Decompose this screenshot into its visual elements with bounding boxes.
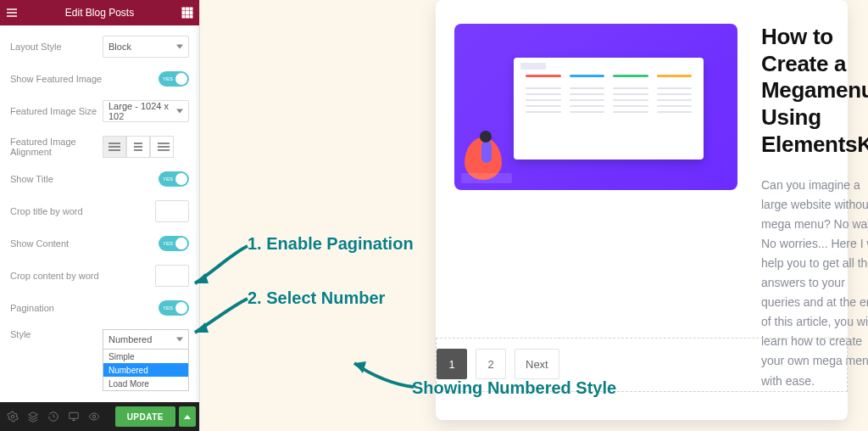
svg-rect-5 bbox=[190, 12, 192, 14]
menu-icon[interactable] bbox=[5, 6, 19, 20]
update-options-button[interactable] bbox=[179, 406, 196, 427]
annotation-1: 1. Enable Pagination bbox=[248, 234, 414, 254]
scroll-shadow bbox=[194, 25, 199, 402]
svg-rect-1 bbox=[186, 8, 189, 10]
crop-content-control: Crop content by word bbox=[0, 258, 199, 294]
update-button[interactable]: UPDATE bbox=[115, 406, 175, 427]
crop-content-input[interactable] bbox=[155, 265, 189, 287]
svg-rect-0 bbox=[182, 8, 185, 10]
align-center-button[interactable] bbox=[126, 136, 150, 158]
thumb-sheet bbox=[514, 58, 704, 160]
panel-body: Layout Style Block Show Featured Image Y… bbox=[0, 25, 199, 402]
featured-size-label: Featured Image Size bbox=[10, 106, 103, 116]
panel-header: Edit Blog Posts bbox=[0, 0, 199, 25]
thumb-person bbox=[465, 115, 512, 180]
pagination-control: Pagination YES bbox=[0, 294, 199, 322]
svg-rect-8 bbox=[190, 15, 192, 18]
svg-point-9 bbox=[11, 415, 14, 418]
style-option-simple[interactable]: Simple bbox=[103, 350, 188, 363]
show-featured-control: Show Featured Image YES bbox=[0, 64, 199, 93]
align-group bbox=[103, 136, 189, 158]
style-option-loadmore[interactable]: Load More bbox=[103, 377, 188, 390]
annotation-3: Showing Numbered Style bbox=[412, 378, 616, 398]
featured-size-control: Featured Image Size Large - 1024 x 102 bbox=[0, 93, 199, 129]
arrow-1-icon bbox=[188, 246, 248, 288]
thumb-badge bbox=[461, 173, 512, 183]
svg-rect-7 bbox=[186, 15, 189, 18]
align-right-button[interactable] bbox=[150, 136, 174, 158]
featured-size-select[interactable]: Large - 1024 x 102 bbox=[103, 100, 189, 122]
svg-rect-6 bbox=[182, 15, 185, 18]
style-control: Style Numbered Simple Numbered Load More bbox=[0, 322, 199, 398]
settings-icon[interactable] bbox=[3, 407, 22, 426]
arrow-2-icon bbox=[188, 299, 248, 338]
crop-title-input[interactable] bbox=[155, 200, 189, 222]
page-1-button[interactable]: 1 bbox=[437, 349, 467, 379]
layout-style-label: Layout Style bbox=[10, 42, 103, 52]
style-options: Simple Numbered Load More bbox=[103, 349, 188, 390]
svg-rect-3 bbox=[182, 12, 185, 14]
show-featured-label: Show Featured Image bbox=[10, 74, 159, 84]
style-selected: Numbered bbox=[103, 330, 188, 349]
thumb-logo bbox=[520, 63, 546, 70]
arrow-3-icon bbox=[348, 356, 415, 390]
post-text: How to Create a Megamenu Using ElementsK… bbox=[761, 24, 868, 391]
responsive-icon[interactable] bbox=[64, 407, 83, 426]
featured-align-label: Featured Image Alignment bbox=[10, 137, 103, 157]
svg-point-11 bbox=[92, 415, 96, 418]
panel-title: Edit Blog Posts bbox=[65, 7, 134, 19]
show-content-label: Show Content bbox=[10, 238, 159, 249]
history-icon[interactable] bbox=[44, 407, 63, 426]
show-content-toggle[interactable]: YES bbox=[159, 236, 189, 251]
panel-footer: UPDATE bbox=[0, 402, 199, 431]
post-title: How to Create a Megamenu Using ElementsK… bbox=[761, 24, 868, 159]
show-content-control: Show Content YES bbox=[0, 229, 199, 258]
annotation-2: 2. Select Number bbox=[248, 288, 385, 308]
preview-area: How to Create a Megamenu Using ElementsK… bbox=[200, 0, 868, 431]
crop-title-label: Crop title by word bbox=[10, 206, 155, 216]
svg-rect-4 bbox=[186, 12, 189, 14]
style-select[interactable]: Numbered Simple Numbered Load More bbox=[103, 329, 189, 391]
preview-icon[interactable] bbox=[85, 407, 103, 426]
style-label: Style bbox=[10, 329, 103, 339]
show-title-label: Show Title bbox=[10, 174, 159, 184]
page-next-button[interactable]: Next bbox=[515, 349, 559, 379]
layout-style-control: Layout Style Block bbox=[0, 29, 199, 64]
crop-title-control: Crop title by word bbox=[0, 193, 199, 229]
show-title-toggle[interactable]: YES bbox=[159, 171, 189, 187]
show-featured-toggle[interactable]: YES bbox=[159, 71, 189, 87]
align-left-button[interactable] bbox=[103, 136, 126, 158]
svg-rect-10 bbox=[70, 412, 79, 418]
show-title-control: Show Title YES bbox=[0, 165, 199, 193]
navigator-icon[interactable] bbox=[24, 407, 42, 426]
editor-panel: Edit Blog Posts Layout Style Block Show … bbox=[0, 0, 200, 431]
pagination: 1 2 Next bbox=[437, 339, 847, 379]
pagination-label: Pagination bbox=[10, 303, 159, 313]
featured-align-control: Featured Image Alignment bbox=[0, 129, 199, 165]
pagination-toggle[interactable]: YES bbox=[159, 300, 189, 316]
style-option-numbered[interactable]: Numbered bbox=[103, 363, 188, 377]
layout-style-select[interactable]: Block bbox=[103, 36, 189, 58]
svg-rect-2 bbox=[190, 8, 192, 10]
crop-content-label: Crop content by word bbox=[10, 271, 155, 281]
page-2-button[interactable]: 2 bbox=[476, 349, 506, 379]
post-thumbnail bbox=[454, 24, 737, 190]
apps-icon[interactable] bbox=[181, 6, 194, 20]
